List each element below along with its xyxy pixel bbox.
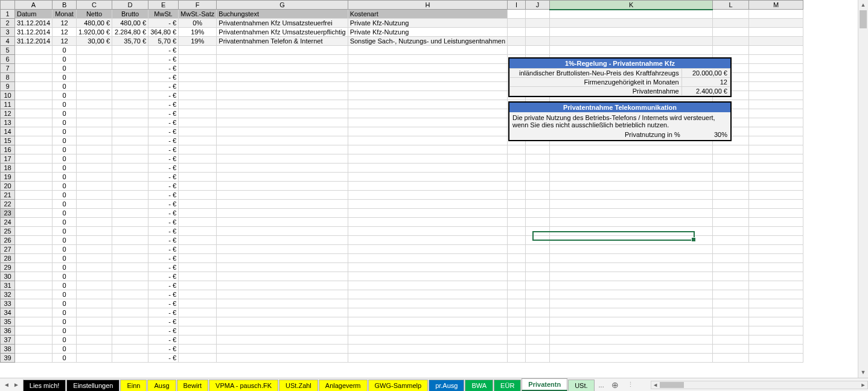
- cell-E36[interactable]: - €: [148, 326, 179, 335]
- cell-C29[interactable]: [77, 263, 112, 272]
- cell-M26[interactable]: [749, 236, 803, 245]
- cell-D24[interactable]: [112, 218, 148, 227]
- cell-B34[interactable]: 0: [53, 308, 77, 317]
- sheet-tab-8[interactable]: GWG-Sammelp: [368, 380, 429, 391]
- cell-F25[interactable]: [179, 227, 217, 236]
- cell-M32[interactable]: [749, 290, 803, 299]
- col-header-D[interactable]: D: [112, 1, 148, 10]
- row-header-15[interactable]: 15: [1, 136, 15, 145]
- sheet-tab-5[interactable]: VPMA - pausch.FK: [209, 380, 278, 391]
- cell-A6[interactable]: [15, 55, 53, 64]
- cell-C13[interactable]: [77, 118, 112, 127]
- hscroll-thumb[interactable]: [660, 382, 684, 388]
- cell-K4[interactable]: [550, 37, 713, 46]
- cell-K34[interactable]: [550, 308, 713, 317]
- cell-I25[interactable]: [508, 227, 526, 236]
- row-header-4[interactable]: 4: [1, 37, 15, 46]
- cell-A20[interactable]: [15, 182, 53, 191]
- cell-E3[interactable]: 364,80 €: [148, 28, 179, 37]
- cell-E15[interactable]: - €: [148, 136, 179, 145]
- cell-L36[interactable]: [713, 326, 749, 335]
- cell-E33[interactable]: - €: [148, 299, 179, 308]
- cell-H19[interactable]: [348, 173, 507, 182]
- cell-D35[interactable]: [112, 317, 148, 326]
- cell-C12[interactable]: [77, 109, 112, 118]
- cell-M29[interactable]: [749, 263, 803, 272]
- cell-A7[interactable]: [15, 64, 53, 73]
- cell-H38[interactable]: [348, 345, 507, 354]
- row-header-1[interactable]: 1: [1, 10, 15, 19]
- cell-C36[interactable]: [77, 326, 112, 335]
- cell-C28[interactable]: [77, 254, 112, 263]
- cell-H20[interactable]: [348, 182, 507, 191]
- cell-I31[interactable]: [508, 281, 526, 290]
- cell-A31[interactable]: [15, 281, 53, 290]
- add-sheet-icon[interactable]: ⊕: [608, 380, 622, 390]
- cell-E18[interactable]: - €: [148, 164, 179, 173]
- cell-K29[interactable]: [550, 263, 713, 272]
- cell-M17[interactable]: [749, 154, 803, 164]
- cell-D7[interactable]: [112, 64, 148, 73]
- cell-L38[interactable]: [713, 345, 749, 354]
- cell-A28[interactable]: [15, 254, 53, 263]
- sheet-tab-13[interactable]: USt.: [568, 380, 594, 391]
- cell-A37[interactable]: [15, 335, 53, 345]
- cell-M35[interactable]: [749, 317, 803, 326]
- cell-M39[interactable]: [749, 354, 803, 363]
- cell-J19[interactable]: [526, 173, 550, 182]
- row-header-26[interactable]: 26: [1, 236, 15, 245]
- cell-C2[interactable]: 480,00 €: [77, 19, 112, 28]
- cell-D20[interactable]: [112, 182, 148, 191]
- tab-nav-next-icon[interactable]: ►: [13, 381, 19, 388]
- cell-M9[interactable]: [749, 82, 803, 91]
- cell-C17[interactable]: [77, 154, 112, 164]
- row-header-19[interactable]: 19: [1, 173, 15, 182]
- cell-M20[interactable]: [749, 182, 803, 191]
- sheet-tab-0[interactable]: Lies mich!: [23, 380, 66, 391]
- cell-M28[interactable]: [749, 254, 803, 263]
- cell-E25[interactable]: - €: [148, 227, 179, 236]
- cell-B38[interactable]: 0: [53, 345, 77, 354]
- cell-J33[interactable]: [526, 299, 550, 308]
- cell-D15[interactable]: [112, 136, 148, 145]
- cell-K1[interactable]: [550, 10, 713, 19]
- cell-K20[interactable]: [550, 182, 713, 191]
- cell-B32[interactable]: 0: [53, 290, 77, 299]
- cell-L39[interactable]: [713, 354, 749, 363]
- cell-H2[interactable]: Private Kfz-Nutzung: [348, 19, 507, 28]
- col-header-E[interactable]: E: [148, 1, 179, 10]
- cell-K18[interactable]: [550, 164, 713, 173]
- row-header-36[interactable]: 36: [1, 326, 15, 335]
- row-header-33[interactable]: 33: [1, 299, 15, 308]
- cell-F10[interactable]: [179, 91, 217, 100]
- hscroll-right-icon[interactable]: ►: [859, 382, 867, 388]
- cell-A35[interactable]: [15, 317, 53, 326]
- cell-E21[interactable]: - €: [148, 191, 179, 200]
- cell-G20[interactable]: [217, 182, 348, 191]
- col-header-F[interactable]: F: [179, 1, 217, 10]
- cell-B11[interactable]: 0: [53, 100, 77, 109]
- cell-G33[interactable]: [217, 299, 348, 308]
- cell-I37[interactable]: [508, 335, 526, 345]
- cell-K16[interactable]: [550, 145, 713, 154]
- cell-M12[interactable]: [749, 109, 803, 118]
- cell-E27[interactable]: - €: [148, 245, 179, 254]
- cell-H18[interactable]: [348, 164, 507, 173]
- cell-I4[interactable]: [508, 37, 526, 46]
- cell-I24[interactable]: [508, 218, 526, 227]
- cell-B19[interactable]: 0: [53, 173, 77, 182]
- cell-D32[interactable]: [112, 290, 148, 299]
- cell-G32[interactable]: [217, 290, 348, 299]
- cell-J36[interactable]: [526, 326, 550, 335]
- sheet-tab-10[interactable]: BWA: [465, 380, 493, 391]
- sheet-tab-11[interactable]: EÜR: [494, 380, 521, 391]
- cell-I16[interactable]: [508, 145, 526, 154]
- cell-D16[interactable]: [112, 145, 148, 154]
- cell-A36[interactable]: [15, 326, 53, 335]
- horizontal-scrollbar[interactable]: ◄ ►: [651, 381, 868, 389]
- cell-A10[interactable]: [15, 91, 53, 100]
- sheet-tab-9[interactable]: pr.Ausg: [429, 380, 464, 391]
- cell-J21[interactable]: [526, 191, 550, 200]
- col-header-H[interactable]: H: [348, 1, 507, 10]
- cell-F38[interactable]: [179, 345, 217, 354]
